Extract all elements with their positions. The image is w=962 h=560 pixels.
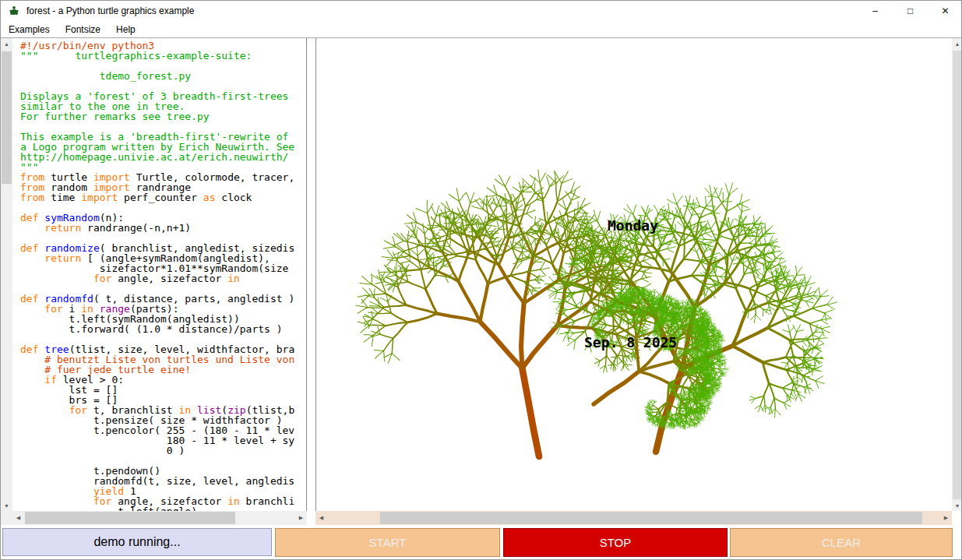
code-text: #!/usr/bin/env python3""" turtlegraphics… (20, 41, 294, 512)
minimize-button[interactable]: – (858, 1, 893, 21)
code-horizontal-scrollbar[interactable]: ◀ ▶ (12, 511, 307, 525)
canvas-horizontal-scrollbar[interactable]: ◀ ▶ (315, 511, 952, 525)
window-title: forest - a Python turtle graphics exampl… (26, 5, 194, 16)
canvas-hscroll-thumb[interactable] (380, 512, 922, 524)
scroll-left-icon[interactable]: ◀ (315, 511, 327, 525)
app-window: forest - a Python turtle graphics exampl… (0, 0, 962, 560)
code-hscroll-thumb[interactable] (25, 512, 235, 524)
canvas-vertical-scrollbar[interactable]: ▲ ▼ (952, 38, 962, 512)
scroll-up-icon[interactable]: ▲ (952, 38, 962, 50)
menu-fontsize[interactable]: Fontsize (58, 23, 108, 37)
code-vertical-scrollbar[interactable]: ▲ ▼ (1, 38, 12, 512)
scroll-right-icon[interactable]: ▶ (295, 511, 307, 525)
forest-drawing: MondaySep. 8 2025 (316, 38, 952, 512)
pane-divider[interactable] (308, 38, 315, 512)
scroll-down-icon[interactable]: ▼ (1, 500, 12, 512)
scrollbar-corner (1, 511, 12, 525)
scroll-up-icon[interactable]: ▲ (1, 38, 12, 50)
svg-text:Monday: Monday (608, 217, 658, 234)
svg-text:Sep. 8 2025: Sep. 8 2025 (584, 334, 677, 350)
status-label: demo running... (2, 528, 272, 556)
menu-examples[interactable]: Examples (1, 23, 58, 37)
stop-button[interactable]: STOP (503, 528, 728, 557)
maximize-button[interactable]: □ (893, 1, 928, 21)
turtle-canvas[interactable]: MondaySep. 8 2025 (315, 38, 952, 512)
start-button[interactable]: START (275, 528, 500, 557)
canvas-vscroll-thumb[interactable] (953, 51, 962, 499)
menu-bar: Examples Fontsize Help (1, 21, 962, 37)
close-button[interactable]: ✕ (928, 1, 962, 21)
menu-help[interactable]: Help (108, 23, 143, 37)
bottom-bar: demo running... START STOP CLEAR (1, 525, 962, 560)
scrollbar-row: ◀ ▶ ◀ ▶ (1, 511, 962, 525)
turtle-icon (8, 5, 20, 17)
clear-button[interactable]: CLEAR (730, 528, 953, 557)
scroll-left-icon[interactable]: ◀ (12, 511, 24, 525)
scroll-down-icon[interactable]: ▼ (952, 500, 962, 512)
code-vscroll-thumb[interactable] (2, 51, 12, 184)
title-bar: forest - a Python turtle graphics exampl… (1, 1, 962, 21)
main-area: ▲ ▼ #!/usr/bin/env python3""" turtlegrap… (1, 37, 962, 511)
source-code-pane[interactable]: #!/usr/bin/env python3""" turtlegraphics… (12, 38, 307, 512)
scroll-right-icon[interactable]: ▶ (940, 511, 952, 525)
